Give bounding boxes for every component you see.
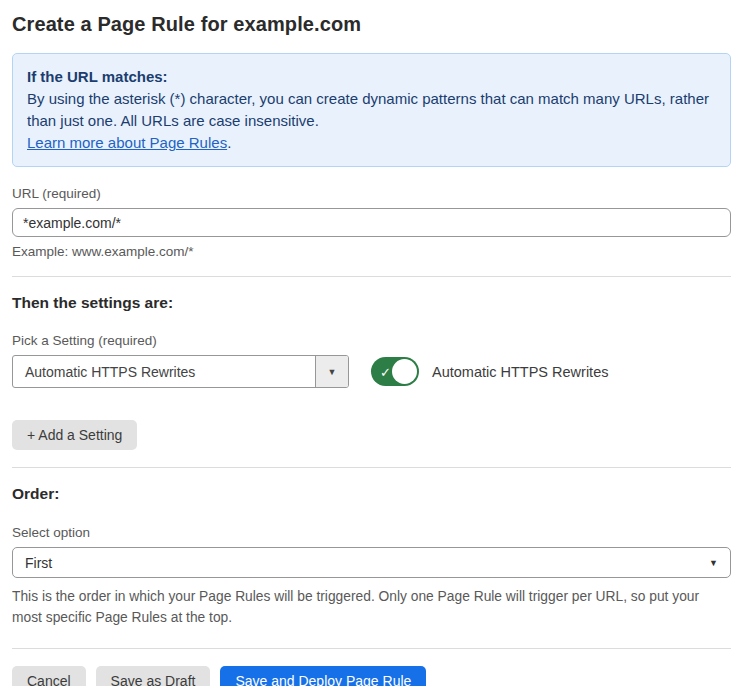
pick-setting-label: Pick a Setting (required) — [12, 333, 731, 348]
order-select-label: Select option — [12, 525, 731, 540]
order-helper-text: This is the order in which your Page Rul… — [12, 586, 731, 628]
link-suffix-text: . — [227, 134, 231, 151]
setting-dropdown-value: Automatic HTTPS Rewrites — [13, 356, 315, 387]
order-select[interactable]: First ▼ — [12, 547, 731, 578]
divider — [12, 648, 731, 649]
setting-toggle[interactable]: ✓ — [371, 357, 419, 386]
add-setting-button[interactable]: + Add a Setting — [12, 420, 137, 450]
order-section-heading: Order: — [12, 485, 731, 503]
settings-section-heading: Then the settings are: — [12, 294, 731, 312]
chevron-down-icon: ▼ — [709, 558, 718, 568]
url-match-info-box: If the URL matches: By using the asteris… — [12, 53, 731, 167]
url-label: URL (required) — [12, 186, 731, 201]
learn-more-link[interactable]: Learn more about Page Rules — [27, 134, 227, 151]
check-icon: ✓ — [380, 364, 391, 379]
url-input[interactable] — [12, 208, 731, 237]
setting-dropdown[interactable]: Automatic HTTPS Rewrites ▼ — [12, 355, 349, 388]
divider — [12, 276, 731, 277]
setting-dropdown-arrow-button[interactable]: ▼ — [315, 356, 348, 387]
setting-row: Automatic HTTPS Rewrites ▼ ✓ Automatic H… — [12, 355, 731, 388]
footer-actions: Cancel Save as Draft Save and Deploy Pag… — [12, 666, 731, 686]
info-box-heading: If the URL matches: — [27, 66, 716, 88]
create-page-rule-form: Create a Page Rule for example.com If th… — [0, 0, 743, 686]
chevron-down-icon: ▼ — [328, 367, 337, 377]
save-and-deploy-button[interactable]: Save and Deploy Page Rule — [220, 666, 426, 686]
cancel-button[interactable]: Cancel — [12, 666, 86, 686]
divider — [12, 467, 731, 468]
info-box-link-line: Learn more about Page Rules. — [27, 132, 716, 154]
order-select-value: First — [25, 555, 52, 571]
toggle-knob — [392, 359, 417, 384]
save-as-draft-button[interactable]: Save as Draft — [96, 666, 211, 686]
url-helper: Example: www.example.com/* — [12, 244, 731, 259]
setting-toggle-label: Automatic HTTPS Rewrites — [432, 364, 608, 380]
page-title: Create a Page Rule for example.com — [12, 13, 731, 36]
info-box-body: By using the asterisk (*) character, you… — [27, 88, 716, 132]
